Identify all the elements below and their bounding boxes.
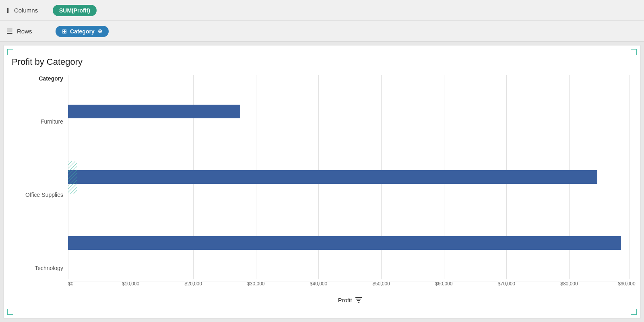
svg-rect-4	[357, 300, 360, 301]
x-tick-60k: $60,000	[435, 281, 452, 287]
bars-section	[68, 75, 632, 279]
bar-furniture[interactable]	[68, 105, 240, 118]
columns-toolbar-row: ⫿ Columns SUM(Profit)	[0, 0, 644, 21]
x-tick-20k: $20,000	[185, 281, 202, 287]
axis-label-area: Profit	[68, 295, 632, 305]
hatch-indicator	[68, 161, 77, 194]
sort-icon[interactable]	[355, 295, 363, 305]
x-tick-80k: $80,000	[560, 281, 578, 287]
corner-bracket-br	[631, 309, 637, 315]
columns-icon: ⫿	[6, 6, 10, 14]
y-axis-labels: Category Furniture Office Supplies Techn…	[12, 75, 68, 305]
x-tick-10k: $10,000	[122, 281, 139, 287]
x-tick-0: $0	[68, 281, 73, 287]
x-axis-line	[68, 281, 632, 281]
y-label-technology: Technology	[25, 265, 63, 271]
x-tick-30k: $30,000	[247, 281, 264, 287]
svg-rect-3	[356, 299, 361, 299]
x-axis-label: Profit	[338, 297, 352, 303]
corner-bracket-bl	[7, 309, 13, 315]
x-tick-50k: $50,000	[372, 281, 390, 287]
bar-row-office-supplies	[68, 169, 632, 185]
rows-icon: ☰	[6, 27, 13, 36]
bar-row-technology	[68, 235, 632, 251]
chart-container: Profit by Category Category Furniture Of…	[3, 45, 641, 319]
svg-rect-5	[358, 302, 359, 303]
bars-wrapper	[68, 75, 632, 279]
plot-area: $0 $10,000 $20,000 $30,000 $40,000 $50,0…	[68, 75, 632, 305]
rows-toolbar-row: ☰ Rows ⊞ Category ⊜	[0, 21, 644, 42]
x-tick-70k: $70,000	[498, 281, 515, 287]
corner-bracket-tl	[7, 49, 13, 55]
svg-rect-1	[68, 161, 77, 194]
bar-office-supplies[interactable]	[68, 170, 597, 184]
bar-technology[interactable]	[68, 236, 621, 250]
x-tick-40k: $40,000	[310, 281, 327, 287]
svg-rect-2	[355, 297, 362, 298]
columns-label: Columns	[14, 7, 46, 14]
corner-bracket-tr	[631, 49, 637, 55]
rows-pill-prefix: ⊞	[62, 28, 67, 35]
columns-pill[interactable]: SUM(Profit)	[53, 5, 97, 16]
y-labels-list: Furniture Office Supplies Technology	[25, 85, 63, 305]
y-axis-header: Category	[39, 75, 63, 82]
bar-row-furniture	[68, 104, 632, 119]
chart-area: Category Furniture Office Supplies Techn…	[12, 75, 632, 305]
chart-title: Profit by Category	[12, 57, 632, 67]
rows-label: Rows	[17, 28, 49, 35]
rows-pill-label: Category	[70, 28, 95, 35]
x-tick-90k: $90,000	[618, 281, 635, 287]
x-axis: $0 $10,000 $20,000 $30,000 $40,000 $50,0…	[68, 281, 632, 292]
columns-pill-label: SUM(Profit)	[59, 7, 90, 14]
y-label-office-supplies: Office Supplies	[25, 192, 63, 198]
rows-pill[interactable]: ⊞ Category ⊜	[56, 26, 109, 37]
y-label-furniture: Furniture	[25, 119, 63, 124]
rows-pill-filter-icon: ⊜	[98, 28, 102, 34]
